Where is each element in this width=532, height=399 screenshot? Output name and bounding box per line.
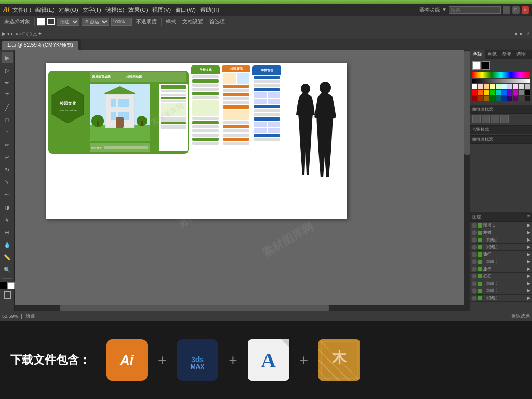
swatch-navyblue[interactable] xyxy=(501,96,507,101)
vertical-scroll-thumb[interactable] xyxy=(464,51,470,155)
layer-visibility-4[interactable] xyxy=(472,245,477,250)
layer-arrow-3[interactable]: ▶ xyxy=(527,237,530,242)
fg-color-box[interactable] xyxy=(472,61,481,70)
swatch-black[interactable] xyxy=(525,90,530,95)
transparency-tab[interactable]: 透明 xyxy=(514,50,528,59)
pf-exclude[interactable] xyxy=(491,115,499,123)
menu-bar[interactable]: 文件(F) 编辑(E) 对象(O) 文字(T) 选择(S) 效果(C) 视图(V… xyxy=(12,6,219,14)
brush-tool[interactable]: ✏ xyxy=(2,139,13,151)
color-spectrum-bar[interactable] xyxy=(472,72,530,78)
minimize-button[interactable]: ─ xyxy=(503,6,510,14)
horizontal-scrollbar[interactable] xyxy=(15,305,464,311)
ellipse-tool[interactable]: ○ xyxy=(2,127,13,138)
layer-arrow-7[interactable]: ▶ xyxy=(527,267,530,271)
select-tool[interactable]: ▶ xyxy=(2,52,13,63)
layer-item-9[interactable]: 〈细组〉 ▶ xyxy=(470,280,532,287)
swatch-9[interactable] xyxy=(525,84,530,89)
swatch-orange[interactable] xyxy=(478,90,483,95)
gradient-tab[interactable]: 渐变 xyxy=(499,50,514,59)
layer-arrow-2[interactable]: ▶ xyxy=(527,230,530,235)
bg-color-box[interactable] xyxy=(482,61,490,70)
menu-help[interactable]: 帮助(H) xyxy=(200,6,219,14)
pf-unite[interactable] xyxy=(472,115,481,123)
layer-arrow-9[interactable]: ▶ xyxy=(527,281,530,286)
layer-visibility-10[interactable] xyxy=(472,288,477,294)
swatch-purple[interactable] xyxy=(507,90,512,95)
swatch-2[interactable] xyxy=(484,84,489,89)
stroke-weight-select[interactable]: 细边 xyxy=(57,18,79,26)
background-color[interactable] xyxy=(7,282,15,289)
layer-item-1[interactable]: 图层 1 ▶ xyxy=(470,222,532,229)
swatch-gray[interactable] xyxy=(519,90,524,95)
horizontal-scroll-thumb[interactable] xyxy=(60,305,330,311)
menu-effect[interactable]: 效果(C) xyxy=(128,6,148,14)
zoom-tool[interactable]: 🔍 xyxy=(2,264,13,275)
swatch-red[interactable] xyxy=(472,90,477,95)
fill-color[interactable] xyxy=(37,18,45,26)
scissors-tool[interactable]: ✂ xyxy=(2,152,13,163)
layer-item-6[interactable]: 〈细组〉 ▶ xyxy=(470,258,532,265)
rotate-tool[interactable]: ↻ xyxy=(2,164,13,176)
scale-tool[interactable]: ⇲ xyxy=(2,177,13,188)
layer-arrow-8[interactable]: ▶ xyxy=(527,274,530,278)
layer-item-11[interactable]: 〈细组〉 ▶ xyxy=(470,295,532,302)
nav-icon[interactable]: ◄ ► xyxy=(513,31,524,36)
document-tab[interactable]: 1.ai @ 52.59% (CMYK/预览) xyxy=(2,41,78,50)
blend-tool[interactable]: ⊕ xyxy=(2,227,13,238)
layer-visibility-5[interactable] xyxy=(472,252,477,257)
menu-type[interactable]: 文字(T) xyxy=(83,6,101,14)
direct-select-tool[interactable]: ▷ xyxy=(2,64,13,76)
swatch-nearblack[interactable] xyxy=(525,96,530,101)
menu-select[interactable]: 选择(S) xyxy=(105,6,125,14)
layer-arrow-1[interactable]: ▶ xyxy=(527,223,530,228)
line-tool[interactable]: ╱ xyxy=(2,102,13,113)
layer-visibility-6[interactable] xyxy=(472,259,477,264)
pf-intersect[interactable] xyxy=(482,115,490,123)
preferences-btn[interactable]: 首选项 xyxy=(207,17,227,26)
swatch-6[interactable] xyxy=(507,84,512,89)
swatch-5[interactable] xyxy=(501,84,507,89)
vertical-scrollbar[interactable] xyxy=(464,50,470,311)
swatch-blue[interactable] xyxy=(501,90,507,95)
eyedropper-tool[interactable]: 💧 xyxy=(2,239,13,250)
swatch-3[interactable] xyxy=(490,84,495,89)
swatch-magenta[interactable] xyxy=(513,90,518,95)
swatch-darkred[interactable] xyxy=(472,96,477,101)
mesh-tool[interactable]: # xyxy=(2,214,13,225)
layer-item-5[interactable]: 旅行 ▶ xyxy=(470,251,532,258)
swatch-7[interactable] xyxy=(513,84,518,89)
rect-tool[interactable]: □ xyxy=(2,114,13,126)
layer-item-8[interactable]: 杠杠 ▶ xyxy=(470,273,532,280)
doc-settings-btn[interactable]: 文档设置 xyxy=(180,17,205,26)
layer-arrow-11[interactable]: ▶ xyxy=(527,296,530,300)
type-tool[interactable]: T xyxy=(2,89,13,101)
layer-visibility-2[interactable] xyxy=(472,230,477,235)
stroke-indicator[interactable] xyxy=(4,291,11,299)
pen-tool[interactable]: ✒ xyxy=(2,77,13,88)
swatch-darkgreen[interactable] xyxy=(490,96,495,101)
swatch-teal[interactable] xyxy=(496,96,501,101)
swatch-yellow[interactable] xyxy=(484,90,489,95)
brush-select[interactable]: S 点运 xyxy=(82,18,109,26)
menu-view[interactable]: 视图(V) xyxy=(152,6,171,14)
layer-arrow-10[interactable]: ▶ xyxy=(527,288,530,293)
layer-item-10[interactable]: 〈细组〉 ▶ xyxy=(470,287,532,295)
menu-window[interactable]: 窗口(W) xyxy=(175,6,196,14)
layer-visibility-11[interactable] xyxy=(472,296,477,301)
swatch-1[interactable] xyxy=(478,84,483,89)
color-tab[interactable]: 色板 xyxy=(470,50,485,59)
swatch-darkmagenta[interactable] xyxy=(513,96,518,101)
layers-options-icon[interactable]: ≡ xyxy=(527,214,530,220)
menu-object[interactable]: 对象(O) xyxy=(59,6,78,14)
swatch-8[interactable] xyxy=(519,84,524,89)
pathfinder-tools[interactable] xyxy=(470,114,532,124)
warp-tool[interactable]: 〜 xyxy=(2,189,13,201)
layer-item-7[interactable]: 旅行 ▶ xyxy=(470,265,532,273)
brush-tab[interactable]: 画笔 xyxy=(485,50,499,59)
layer-visibility-9[interactable] xyxy=(472,281,477,286)
layer-visibility-1[interactable] xyxy=(472,223,477,228)
search-input[interactable] xyxy=(449,6,501,14)
foreground-color[interactable] xyxy=(0,282,7,289)
menu-edit[interactable]: 编辑(E) xyxy=(35,6,55,14)
layer-arrow-4[interactable]: ▶ xyxy=(527,245,530,249)
